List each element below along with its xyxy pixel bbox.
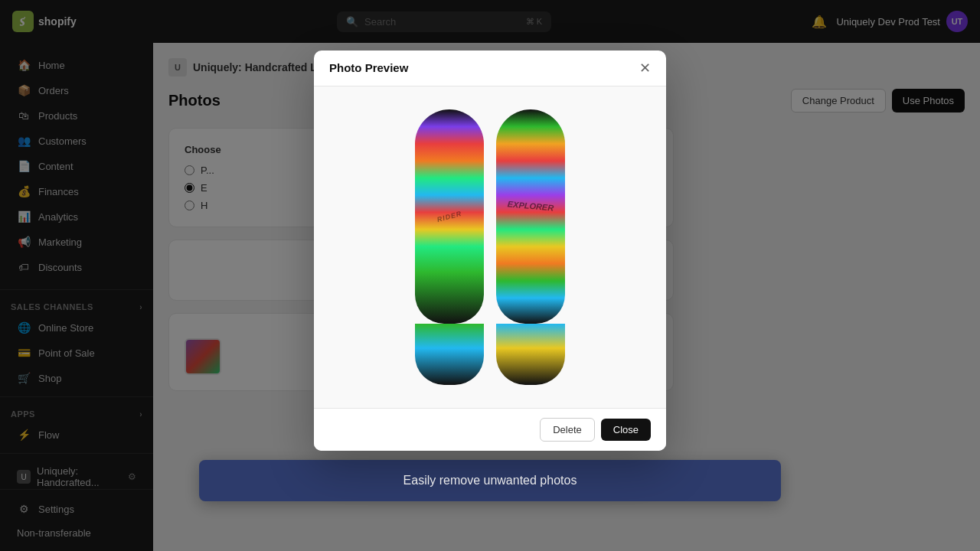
tooltip-text: Easily remove unwanted photos	[403, 474, 577, 487]
snowboard-1: RIDER	[415, 109, 484, 324]
snowboard-right: EXPLORER	[496, 109, 565, 385]
modal-header: Photo Preview ✕	[314, 51, 666, 86]
snowboard-left: RIDER	[415, 109, 484, 385]
close-button[interactable]: Close	[601, 419, 651, 441]
snowboard-1-tail	[415, 324, 484, 385]
modal-footer: Delete Close	[314, 408, 666, 451]
modal-body: RIDER EXPLORER	[314, 86, 666, 408]
photo-preview-modal: Photo Preview ✕ RIDER EXPLORER	[314, 51, 666, 451]
snowboard-2: EXPLORER	[496, 109, 565, 324]
modal-close-x-button[interactable]: ✕	[639, 61, 651, 75]
tooltip-banner: Easily remove unwanted photos	[199, 460, 781, 501]
snowboard-2-tail	[496, 324, 565, 385]
modal-overlay[interactable]: Photo Preview ✕ RIDER EXPLORER	[0, 0, 980, 551]
modal-title: Photo Preview	[329, 61, 408, 74]
snowboard-image-container: RIDER EXPLORER	[314, 86, 666, 408]
delete-button[interactable]: Delete	[540, 418, 595, 442]
